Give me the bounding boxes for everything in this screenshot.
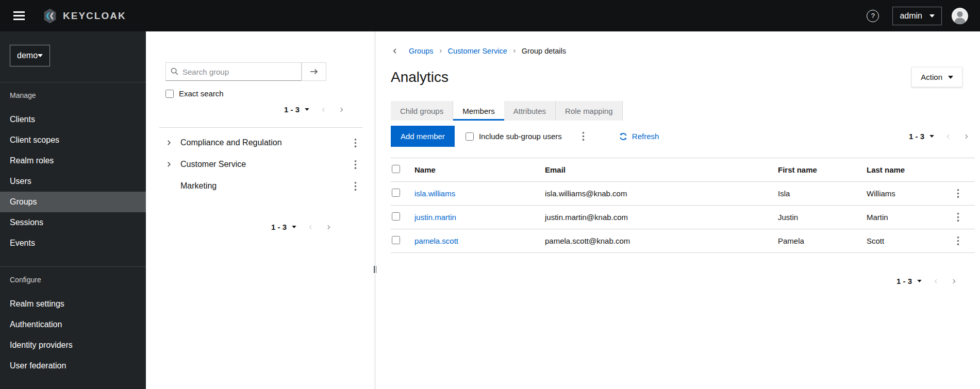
exact-search-checkbox[interactable] [165,90,174,98]
member-first-name: Justin [774,206,862,229]
sidebar-item-events[interactable]: Events [0,233,146,253]
keycloak-logo[interactable]: KEYCLOAK [41,7,126,25]
kebab-menu-icon[interactable] [952,233,964,248]
pagination-menu-toggle[interactable]: 1 - 3 [892,274,926,289]
search-icon [171,67,178,75]
page-body: demo Manage Clients Client scopes Realm … [0,31,980,389]
select-all-checkbox[interactable] [392,165,400,173]
member-email: justin.martin@knab.com [541,206,774,229]
chevron-down-icon [929,14,935,18]
include-subgroups-label: Include sub-group users [479,132,562,141]
hamburger-menu-icon[interactable] [11,9,27,22]
member-first-name: Pamela [774,229,862,253]
sidebar-item-users[interactable]: Users [0,171,146,192]
breadcrumb-groups-link[interactable]: Groups [409,47,434,55]
breadcrumb-parent-group-link[interactable]: Customer Service [448,47,507,55]
sidebar-item-sessions[interactable]: Sessions [0,212,146,233]
pagination-prev-button[interactable] [315,104,332,116]
group-tabs: Child groups Members Attributes Role map… [391,101,975,121]
sidebar-item-client-scopes[interactable]: Client scopes [0,130,146,150]
search-group-input[interactable] [165,62,302,81]
masthead: KEYCLOAK ? admin [0,0,980,31]
member-first-name: Isla [774,182,862,206]
breadcrumb: Groups Customer Service Group details [391,46,975,56]
manage-section-label: Manage [0,82,146,104]
group-details-panel: Groups Customer Service Group details An… [376,31,980,389]
keycloak-logo-icon [41,7,59,25]
manage-nav-list: Clients Client scopes Realm roles Users … [0,104,146,253]
refresh-label: Refresh [632,132,659,141]
member-username-link[interactable]: isla.williams [414,189,455,198]
refresh-icon [619,132,627,141]
group-name-link[interactable]: Marketing [180,181,217,191]
refresh-button[interactable]: Refresh [619,132,659,141]
configure-nav-list: Realm settings Authentication Identity p… [0,289,146,376]
arrow-right-icon [310,68,318,75]
sidebar-item-clients[interactable]: Clients [0,109,146,130]
tree-divider [159,127,362,128]
pagination-menu-toggle[interactable]: 1 - 3 [267,219,301,234]
kebab-menu-icon[interactable] [952,186,964,201]
row-checkbox[interactable] [392,189,400,197]
search-box [165,62,302,81]
caret-down-icon [929,135,934,138]
column-header-first-name: First name [774,158,862,182]
kebab-menu-icon[interactable] [350,157,361,172]
search-submit-button[interactable] [302,62,326,81]
pagination-menu-toggle[interactable]: 1 - 3 [904,129,939,144]
user-dropdown[interactable]: admin [892,7,942,25]
exact-search-control: Exact search [165,89,362,98]
member-username-link[interactable]: pamela.scott [414,236,458,245]
panel-resize-handle[interactable] [373,266,377,274]
kebab-menu-icon[interactable] [952,210,964,225]
actions-column-header [952,158,975,182]
group-name-link[interactable]: Customer Service [180,160,246,169]
add-member-button[interactable]: Add member [391,126,455,147]
tree-row-marketing: Marketing [159,175,362,197]
collapse-panel-chevron-icon[interactable] [391,46,399,56]
row-checkbox[interactable] [392,212,400,221]
tab-role-mapping[interactable]: Role mapping [556,101,623,121]
pagination-prev-button[interactable] [927,275,944,287]
tab-attributes[interactable]: Attributes [504,101,556,121]
caret-down-icon [948,76,953,79]
pagination-next-button[interactable] [958,130,975,143]
sidebar-item-identity-providers[interactable]: Identity providers [0,335,146,356]
pagination-prev-button[interactable] [302,221,319,233]
realm-selector[interactable]: demo [10,45,50,66]
pagination-range: 1 - 3 [284,105,300,114]
breadcrumb-current: Group details [522,47,566,55]
member-last-name: Martin [862,206,952,229]
expand-chevron-icon[interactable] [162,158,176,171]
kebab-menu-icon[interactable] [577,129,589,144]
pagination-menu-toggle[interactable]: 1 - 3 [279,102,314,117]
tab-child-groups[interactable]: Child groups [391,101,453,121]
tab-members[interactable]: Members [453,101,504,121]
members-pagination-bottom: 1 - 3 [391,274,962,289]
expand-chevron-icon[interactable] [162,136,176,149]
sidebar-item-authentication[interactable]: Authentication [0,314,146,335]
chevron-down-icon [38,54,43,57]
kebab-menu-icon[interactable] [350,179,361,194]
sidebar-item-user-federation[interactable]: User federation [0,356,146,376]
sidebar-item-realm-roles[interactable]: Realm roles [0,150,146,171]
group-search [165,62,326,81]
group-tree-panel: Exact search 1 - 3 [146,31,374,389]
chevron-left-icon [321,107,326,113]
include-subgroups-checkbox[interactable] [466,132,474,141]
pagination-next-button[interactable] [333,104,350,116]
pagination-next-button[interactable] [945,275,962,287]
row-checkbox[interactable] [392,236,400,244]
sidebar-item-groups[interactable]: Groups [0,192,146,212]
panel-divider [374,31,376,389]
avatar[interactable] [951,7,969,25]
kebab-menu-icon[interactable] [350,136,361,150]
help-icon[interactable]: ? [867,10,879,22]
pagination-prev-button[interactable] [940,130,957,143]
pagination-next-button[interactable] [320,221,337,233]
table-row: isla.williams isla.williams@knab.com Isl… [391,182,975,206]
sidebar-item-realm-settings[interactable]: Realm settings [0,294,146,314]
group-name-link[interactable]: Compliance and Regulation [180,138,282,147]
member-username-link[interactable]: justin.martin [414,213,456,222]
action-dropdown[interactable]: Action [911,67,962,87]
